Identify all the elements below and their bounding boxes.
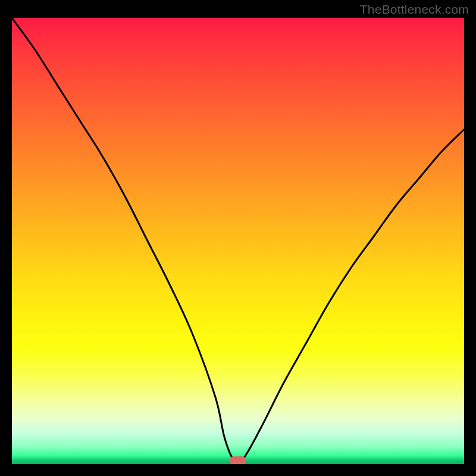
chart-frame: TheBottleneck.com [0,0,476,476]
bottleneck-curve [12,18,464,464]
watermark-text: TheBottleneck.com [360,2,469,17]
optimum-marker [230,456,246,464]
plot-area [12,18,464,464]
curve-svg [12,18,464,464]
